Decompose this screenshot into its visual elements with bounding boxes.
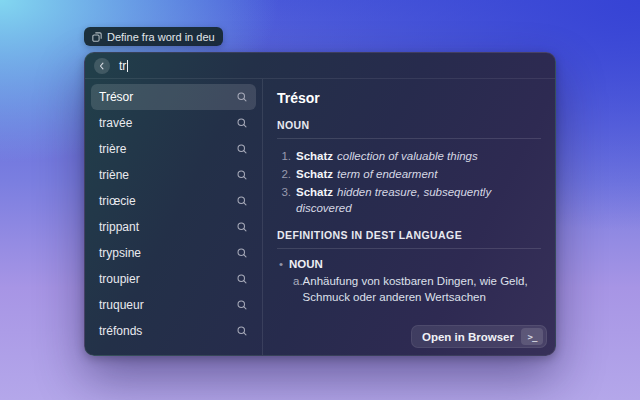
list-item[interactable]: Trésor: [91, 84, 256, 110]
translation-word: Schatz: [296, 150, 333, 162]
search-icon: [236, 247, 248, 259]
translation-word: Schatz: [296, 168, 333, 180]
search-icon: [236, 195, 248, 207]
list-item[interactable]: triœcie: [91, 188, 256, 214]
search-icon: [236, 273, 248, 285]
dest-language-header: DEFINITIONS IN DEST LANGUAGE: [277, 229, 541, 241]
results-list: Trésor travée trière triène triœcie trip…: [85, 79, 263, 355]
definition-entry: 3. Schatzhidden treasure, subsequently d…: [277, 184, 541, 216]
list-item-label: trypsine: [99, 246, 141, 260]
list-item-label: triène: [99, 168, 129, 182]
raycast-window: tr Trésor travée trière triène triœc: [84, 52, 556, 356]
dest-definition-text: Anhäufung von kostbaren Dingen, wie Geld…: [303, 273, 541, 305]
list-item-label: Trésor: [99, 90, 133, 104]
extension-icon: [92, 32, 102, 42]
list-item-label: troupier: [99, 272, 140, 286]
list-item[interactable]: trypsine: [91, 240, 256, 266]
list-item[interactable]: truqueur: [91, 292, 256, 318]
definition-text: term of endearment: [337, 168, 437, 180]
dest-pos-label: NOUN: [289, 258, 323, 270]
definition-number: 2.: [277, 166, 291, 182]
search-icon: [236, 143, 248, 155]
search-icon: [236, 325, 248, 337]
definition-number: 3.: [277, 184, 291, 216]
list-item[interactable]: troupier: [91, 266, 256, 292]
open-in-browser-label: Open in Browser: [422, 331, 514, 343]
list-item[interactable]: triène: [91, 162, 256, 188]
search-icon: [236, 91, 248, 103]
dest-definition-entry: a. Anhäufung von kostbaren Dingen, wie G…: [293, 273, 541, 305]
search-query-text: tr: [119, 59, 126, 73]
section-divider: [277, 138, 541, 139]
open-in-browser-button[interactable]: Open in Browser >_: [411, 325, 547, 348]
definition-number: 1.: [277, 148, 291, 164]
search-bar: tr: [85, 53, 555, 79]
list-item[interactable]: travée: [91, 110, 256, 136]
command-badge: Define fra word in deu: [84, 27, 223, 46]
detail-panel: Trésor NOUN 1. Schatzcollection of valua…: [263, 79, 555, 355]
window-content: Trésor travée trière triène triœcie trip…: [85, 79, 555, 355]
list-item[interactable]: trippant: [91, 214, 256, 240]
list-item[interactable]: tréfonds: [91, 318, 256, 344]
list-item-label: trière: [99, 142, 126, 156]
search-icon: [236, 117, 248, 129]
definition-text: collection of valuable things: [337, 150, 478, 162]
dest-definition-letter: a.: [293, 273, 303, 305]
pos-header: NOUN: [277, 119, 541, 131]
command-badge-label: Define fra word in deu: [107, 31, 215, 43]
section-divider: [277, 248, 541, 249]
back-button[interactable]: [94, 58, 110, 74]
search-icon: [236, 221, 248, 233]
search-icon: [236, 169, 248, 181]
search-input[interactable]: tr: [119, 59, 128, 73]
text-caret: [127, 60, 128, 72]
list-item-label: trippant: [99, 220, 139, 234]
list-item-label: truqueur: [99, 298, 144, 312]
word-title: Trésor: [277, 90, 541, 106]
enter-key-icon: >_: [521, 328, 543, 345]
definition-entry: 1. Schatzcollection of valuable things: [277, 148, 541, 164]
list-item[interactable]: trière: [91, 136, 256, 162]
list-item-label: tréfonds: [99, 324, 142, 338]
search-icon: [236, 299, 248, 311]
list-item-label: triœcie: [99, 194, 136, 208]
translation-word: Schatz: [296, 186, 333, 198]
definition-entry: 2. Schatzterm of endearment: [277, 166, 541, 182]
list-item-label: travée: [99, 116, 132, 130]
bullet-icon: •: [279, 258, 283, 270]
dest-pos-row: • NOUN: [277, 258, 541, 270]
